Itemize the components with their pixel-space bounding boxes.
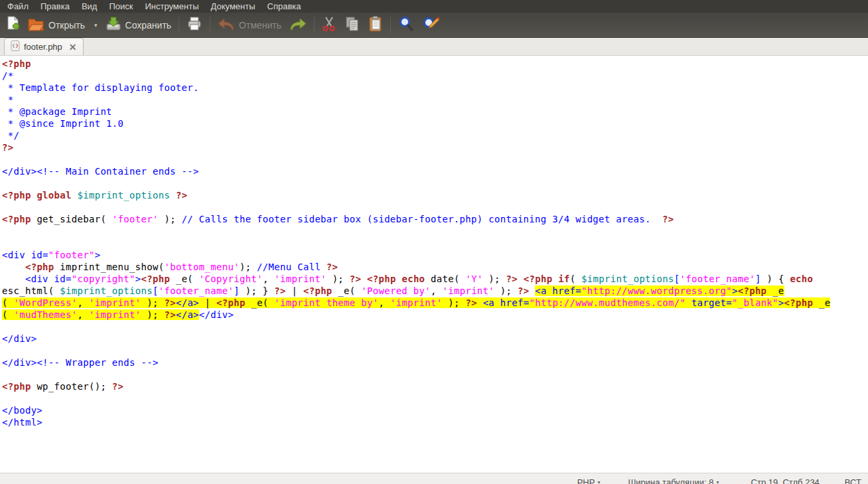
code-segment: 'WordPress' <box>13 297 77 308</box>
save-button[interactable]: Сохранить <box>102 15 176 36</box>
redo-icon <box>289 17 307 33</box>
undo-button[interactable]: Отменить <box>214 15 285 36</box>
code-segment: 'footer_name' <box>680 274 755 284</box>
code-segment: <?php <box>2 190 31 201</box>
code-segment: 'imprint' <box>89 297 141 308</box>
code-segment: wp_footer(); <box>31 381 112 392</box>
code-segment <box>170 190 176 201</box>
file-type-icon <box>11 40 20 53</box>
chevron-down-icon: ▾ <box>717 479 719 484</box>
code-line: /* <box>2 70 868 82</box>
code-segment: "http://www.wordpress.org" <box>581 285 732 296</box>
copy-button[interactable] <box>340 15 364 36</box>
toolbar-separator <box>390 17 391 34</box>
code-segment: * @since Imprint 1.0 <box>2 118 123 129</box>
code-line: * Template for displaying footer. <box>2 82 868 94</box>
code-line: ​ <box>2 177 868 189</box>
code-segment: ); <box>240 262 257 272</box>
code-segment: , <box>431 285 442 296</box>
menu-documents[interactable]: Документы <box>205 0 261 13</box>
code-line: ​ <box>2 225 868 237</box>
code-segment: <a href= <box>535 285 581 296</box>
new-document-icon <box>7 16 20 34</box>
code-line: <div id="copyright"><?php _e( 'Copyright… <box>2 273 868 285</box>
toolbar-separator <box>314 17 315 34</box>
menu-file[interactable]: Файл <box>1 0 35 13</box>
open-dropdown-button[interactable]: ▾ <box>89 15 102 36</box>
code-segment: if <box>558 274 569 284</box>
code-segment <box>529 285 535 296</box>
code-segment: | <box>199 297 216 308</box>
redo-button[interactable] <box>285 15 311 36</box>
code-segment: $imprint_options <box>78 190 171 201</box>
find-replace-button[interactable] <box>419 15 444 36</box>
print-button[interactable] <box>182 15 206 36</box>
code-segment: ?> <box>506 274 518 284</box>
code-segment: </div> <box>199 309 234 320</box>
code-segment: ?> <box>164 297 175 308</box>
code-segment: , <box>78 309 89 320</box>
chevron-down-icon: ▾ <box>94 22 98 29</box>
code-segment <box>518 274 524 284</box>
code-segment: </div> <box>2 357 36 368</box>
code-segment: 'imprint' <box>442 285 494 296</box>
code-segment: </div> <box>2 166 36 177</box>
code-line: </html> <box>2 416 868 428</box>
code-segment: ); <box>483 274 506 284</box>
code-editor[interactable]: <?php/* * Template for displaying footer… <box>0 56 868 473</box>
menu-search[interactable]: Поиск <box>103 0 139 13</box>
code-segment: [ <box>153 285 159 296</box>
code-segment: ?> <box>2 142 13 153</box>
code-segment: _e <box>766 285 784 296</box>
code-content: <?php/* * Template for displaying footer… <box>0 56 868 428</box>
code-segment: 'imprint' <box>274 274 326 284</box>
code-line: </div><!-- Wrapper ends --> <box>2 357 868 368</box>
code-segment: </html> <box>2 417 42 428</box>
code-segment: "_blank" <box>732 297 778 308</box>
code-line: </body> <box>2 404 868 416</box>
tab-width-selector[interactable]: Ширина табуляции: 8 ▾ <box>628 477 719 484</box>
toolbar-separator <box>179 17 179 34</box>
tab-width-label: Ширина табуляции: 8 <box>628 477 713 484</box>
code-segment: $imprint_options <box>581 274 674 284</box>
new-document-button[interactable] <box>3 15 24 36</box>
cursor-position: Стр 19, Стлб 234 <box>751 477 820 484</box>
code-segment: <?php <box>141 274 171 284</box>
menu-help[interactable]: Справка <box>261 0 307 13</box>
toolbar: Открыть ▾ Сохранить <box>0 13 868 38</box>
gedit-window: ФайлПравкаВидПоискИнструментыДокументыСп… <box>0 0 868 484</box>
menu-view[interactable]: Вид <box>76 0 104 13</box>
tab-close-icon[interactable]: ✕ <box>69 42 77 52</box>
insert-mode-label: ВСТ <box>845 477 861 484</box>
code-line: ​ <box>2 153 868 165</box>
undo-button-label: Отменить <box>239 20 281 31</box>
code-segment: ?> <box>662 214 674 224</box>
paste-button[interactable] <box>364 15 387 36</box>
code-segment: echo <box>790 274 813 284</box>
code-segment: , <box>378 297 390 308</box>
tab-footer-php[interactable]: footer.php ✕ <box>4 38 84 55</box>
cut-button[interactable] <box>318 15 340 36</box>
code-segment: <?php <box>2 58 31 69</box>
code-segment: ); } <box>240 285 274 296</box>
code-segment: <!-- Wrapper ends --> <box>36 357 158 368</box>
code-segment: ( <box>2 309 13 320</box>
code-segment <box>477 297 483 308</box>
tab-title: footer.php <box>24 42 62 52</box>
menu-tools[interactable]: Инструменты <box>139 0 204 13</box>
undo-icon <box>218 17 235 33</box>
menu-edit[interactable]: Правка <box>35 0 76 13</box>
code-line: <?php get_sidebar( 'footer' ); // Calls … <box>2 213 868 225</box>
find-button[interactable] <box>394 15 419 36</box>
language-selector[interactable]: PHP ▾ <box>577 477 601 484</box>
cut-scissors-icon <box>322 16 336 34</box>
code-segment: ); <box>159 214 182 224</box>
code-segment: * @package Imprint <box>2 106 112 117</box>
code-segment: ?> <box>518 285 529 296</box>
chevron-down-icon: ▾ <box>597 479 600 484</box>
code-line: ( 'WordPress', 'imprint' ); ?></a> | <?p… <box>2 297 868 309</box>
code-segment: "http://www.mudthemes.com/" <box>529 297 686 308</box>
open-button[interactable]: Открыть <box>24 15 89 36</box>
code-segment: <?php <box>784 297 814 308</box>
code-segment: <?php <box>216 297 246 308</box>
